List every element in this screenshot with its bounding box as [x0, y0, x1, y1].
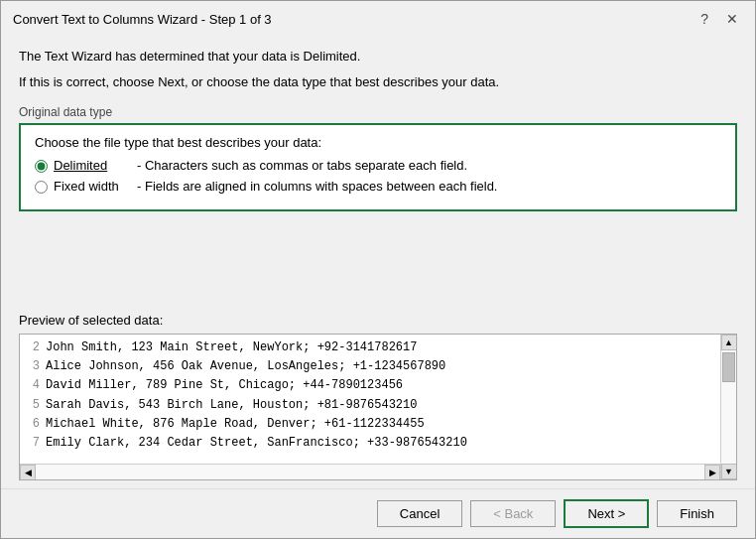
delimited-row: Delimited - Characters such as commas or… — [35, 158, 721, 173]
delimited-radio[interactable] — [35, 160, 48, 173]
fixed-width-label-text: Fixed width — [54, 179, 133, 194]
list-item: 7 Emily Clark, 234 Cedar Street, SanFran… — [20, 434, 720, 453]
dialog: Convert Text to Columns Wizard - Step 1 … — [0, 0, 756, 539]
delimited-desc: - Characters such as commas or tabs sepa… — [137, 158, 467, 173]
dialog-title: Convert Text to Columns Wizard - Step 1 … — [13, 12, 272, 27]
preview-label: Preview of selected data: — [19, 313, 737, 328]
options-box: Choose the file type that best describes… — [19, 123, 737, 211]
title-bar-controls: ? ✕ — [695, 9, 743, 29]
delimited-label[interactable]: Delimited - Characters such as commas or… — [54, 158, 721, 173]
section-label: Original data type — [19, 105, 737, 119]
scroll-left-arrow[interactable]: ◀ — [20, 465, 36, 480]
list-item: 6 Michael White, 876 Maple Road, Denver;… — [20, 415, 720, 434]
fixed-width-radio[interactable] — [35, 181, 48, 194]
description-line1: The Text Wizard has determined that your… — [19, 47, 737, 67]
scroll-track-v[interactable] — [721, 350, 736, 464]
close-button[interactable]: ✕ — [721, 9, 743, 29]
preview-box: 2 John Smith, 123 Main Street, NewYork; … — [19, 334, 737, 480]
description-line2: If this is correct, choose Next, or choo… — [19, 72, 737, 92]
title-bar: Convert Text to Columns Wizard - Step 1 … — [1, 1, 755, 35]
fixed-width-desc: - Fields are aligned in columns with spa… — [137, 179, 497, 194]
scroll-right-arrow[interactable]: ▶ — [704, 465, 720, 480]
scroll-thumb-v[interactable] — [722, 352, 735, 382]
list-item: 2 John Smith, 123 Main Street, NewYork; … — [20, 338, 720, 357]
list-item: 3 Alice Johnson, 456 Oak Avenue, LosAnge… — [20, 357, 720, 376]
help-button[interactable]: ? — [695, 9, 713, 29]
footer: Cancel < Back Next > Finish — [1, 488, 755, 538]
scroll-up-arrow[interactable]: ▲ — [721, 335, 737, 350]
next-button[interactable]: Next > — [564, 499, 649, 528]
list-item: 5 Sarah Davis, 543 Birch Lane, Houston; … — [20, 396, 720, 415]
back-button[interactable]: < Back — [470, 500, 556, 527]
scroll-track-h[interactable] — [36, 465, 704, 479]
options-prompt: Choose the file type that best describes… — [35, 135, 721, 150]
fixed-width-label[interactable]: Fixed width - Fields are aligned in colu… — [54, 179, 721, 194]
list-item: 4 David Miller, 789 Pine St, Chicago; +4… — [20, 376, 720, 395]
vertical-scrollbar[interactable]: ▲ ▼ — [720, 335, 736, 479]
preview-lines: 2 John Smith, 123 Main Street, NewYork; … — [20, 335, 720, 479]
horizontal-scrollbar[interactable]: ◀ ▶ — [20, 464, 720, 479]
finish-button[interactable]: Finish — [657, 500, 737, 527]
fixed-width-row: Fixed width - Fields are aligned in colu… — [35, 179, 721, 194]
cancel-button[interactable]: Cancel — [377, 500, 462, 527]
dialog-content: The Text Wizard has determined that your… — [1, 35, 755, 488]
scroll-down-arrow[interactable]: ▼ — [721, 464, 737, 479]
delimited-label-text: Delimited — [54, 158, 133, 173]
